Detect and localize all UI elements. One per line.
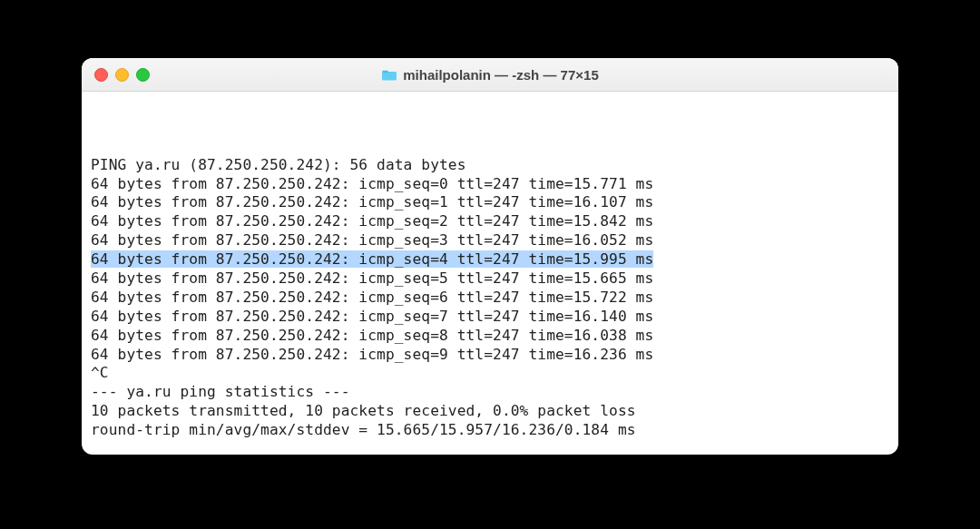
minimize-button[interactable]	[115, 68, 129, 82]
maximize-button[interactable]	[136, 68, 150, 82]
close-button[interactable]	[94, 68, 108, 82]
stats-packets: 10 packets transmitted, 10 packets recei…	[91, 402, 889, 421]
ping-response: 64 bytes from 87.250.250.242: icmp_seq=1…	[91, 193, 889, 212]
ping-response: 64 bytes from 87.250.250.242: icmp_seq=4…	[91, 250, 889, 269]
ping-response: 64 bytes from 87.250.250.242: icmp_seq=6…	[91, 289, 889, 308]
ping-response: 64 bytes from 87.250.250.242: icmp_seq=9…	[91, 346, 889, 365]
stats-roundtrip: round-trip min/avg/max/stddev = 15.665/1…	[91, 421, 889, 440]
highlighted-text: 64 bytes from 87.250.250.242: icmp_seq=4…	[91, 250, 653, 268]
window-title-text: mihailpolanin — -zsh — 77×15	[403, 67, 598, 83]
terminal-output[interactable]: PING ya.ru (87.250.250.242): 56 data byt…	[82, 92, 898, 455]
terminal-window: mihailpolanin — -zsh — 77×15 PING ya.ru …	[82, 58, 898, 455]
titlebar[interactable]: mihailpolanin — -zsh — 77×15	[82, 58, 898, 92]
stats-header: --- ya.ru ping statistics ---	[91, 383, 889, 402]
interrupt: ^C	[91, 364, 889, 383]
ping-response: 64 bytes from 87.250.250.242: icmp_seq=7…	[91, 308, 889, 327]
home-folder-icon	[381, 68, 397, 81]
ping-response: 64 bytes from 87.250.250.242: icmp_seq=8…	[91, 327, 889, 346]
window-title: mihailpolanin — -zsh — 77×15	[82, 67, 898, 83]
ping-response: 64 bytes from 87.250.250.242: icmp_seq=3…	[91, 231, 889, 250]
ping-header: PING ya.ru (87.250.250.242): 56 data byt…	[91, 156, 889, 175]
ping-response: 64 bytes from 87.250.250.242: icmp_seq=0…	[91, 175, 889, 194]
traffic-lights	[82, 68, 150, 82]
ping-response: 64 bytes from 87.250.250.242: icmp_seq=2…	[91, 212, 889, 231]
ping-response: 64 bytes from 87.250.250.242: icmp_seq=5…	[91, 269, 889, 289]
